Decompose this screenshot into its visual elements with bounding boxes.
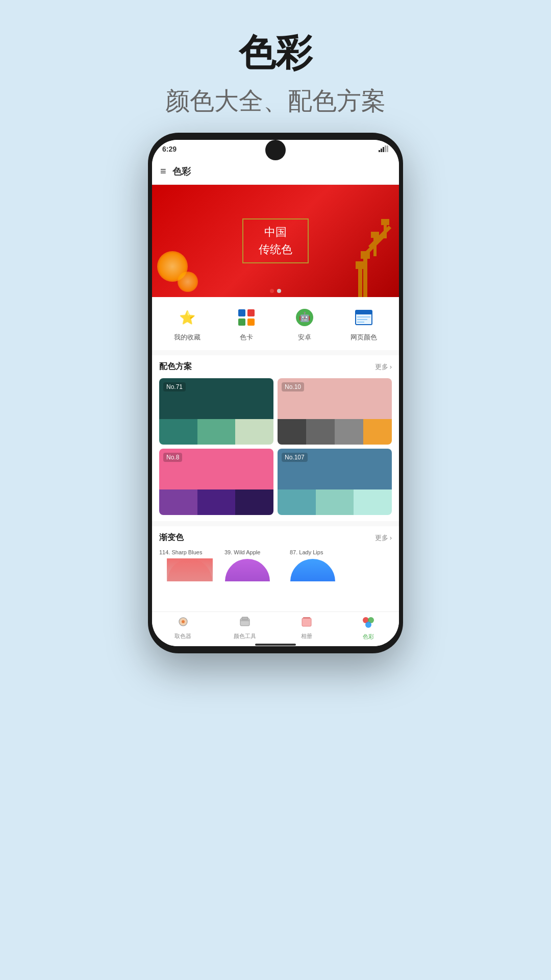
color-app-label: 色彩	[363, 633, 374, 641]
svg-rect-10	[371, 232, 379, 238]
phone-screen: 6:29 ⚙ A ≡ 色彩	[152, 140, 399, 646]
palette-card-8[interactable]: No.8	[159, 449, 273, 515]
svg-rect-21	[357, 316, 370, 317]
svg-rect-22	[357, 319, 367, 320]
color-picker-icon	[177, 616, 189, 631]
swatch-71-2	[197, 419, 236, 445]
favorites-label: 我的收藏	[174, 333, 201, 342]
nav-color-tool[interactable]: 颜色工具	[214, 616, 276, 640]
palette-card-10[interactable]: No.10	[278, 378, 392, 445]
wild-apple-label: 39. Wild Apple	[224, 549, 286, 555]
nav-album[interactable]: 相册	[276, 616, 337, 640]
chevron-right-icon-gradient: ›	[390, 534, 392, 542]
svg-rect-2	[383, 147, 384, 152]
palette-bottom-8	[159, 489, 273, 515]
swatch-71-1	[159, 419, 197, 445]
swatch-107-1	[278, 489, 316, 515]
android-label: 安卓	[298, 333, 311, 342]
svg-rect-8	[356, 261, 365, 269]
svg-rect-23	[357, 322, 364, 323]
gradient-sharp-blues[interactable]: 114. Sharp Blues	[159, 549, 220, 606]
banner-line2: 传统色	[259, 242, 292, 257]
color-card-label: 色卡	[240, 333, 253, 342]
swatch-71-3	[235, 419, 273, 445]
banner-dots	[270, 289, 281, 293]
sharp-blues-label: 114. Sharp Blues	[159, 549, 220, 555]
gradient-section-title: 渐变色	[159, 532, 184, 543]
svg-rect-20	[356, 310, 372, 314]
menu-icon[interactable]: ≡	[160, 165, 166, 177]
swatch-10-1	[278, 419, 306, 445]
swatch-8-2	[197, 489, 236, 515]
app-bar: ≡ 色彩	[152, 158, 399, 185]
nav-favorites[interactable]: ⭐ 我的收藏	[174, 305, 201, 342]
color-card-icon	[234, 305, 259, 330]
palette-grid: No.71 No.	[159, 378, 392, 515]
palette-number-71: No.71	[163, 382, 186, 391]
sharp-blues-circle	[167, 558, 213, 581]
svg-point-39	[365, 622, 371, 628]
color-tool-icon	[239, 616, 251, 631]
color-tool-label: 颜色工具	[234, 632, 256, 640]
scroll-content[interactable]: 中国 传统色 ⭐ 我的收藏	[152, 185, 399, 611]
banner-dot-1	[270, 289, 274, 293]
status-time: 6:29	[162, 145, 177, 153]
swatch-10-4	[363, 419, 392, 445]
svg-rect-9	[373, 236, 377, 256]
nav-android[interactable]: 🤖 安卓	[292, 305, 317, 342]
svg-rect-1	[381, 149, 382, 152]
svg-point-25	[167, 559, 212, 581]
palette-card-71[interactable]: No.71	[159, 378, 273, 445]
page-bg: 色彩 颜色大全、配色方案 6:29 ⚙ A	[0, 0, 551, 980]
gradient-lady-lips[interactable]: 87. Lady Lips	[290, 549, 351, 606]
nav-color-card[interactable]: 色卡	[234, 305, 259, 342]
bottom-nav: 取色器 颜色工具	[152, 611, 399, 643]
swatch-107-2	[316, 489, 354, 515]
gradient-more-btn[interactable]: 更多 ›	[375, 533, 392, 543]
svg-rect-12	[381, 219, 389, 225]
svg-rect-36	[303, 617, 310, 619]
gradient-wild-apple[interactable]: 39. Wild Apple	[224, 549, 286, 606]
palette-card-107[interactable]: No.107	[278, 449, 392, 515]
svg-rect-0	[379, 150, 380, 152]
firework-deco-2	[178, 272, 198, 292]
banner-content: 中国 传统色	[152, 185, 399, 297]
gradient-section-header: 渐变色 更多 ›	[159, 532, 392, 543]
nav-color-app[interactable]: 色彩	[337, 615, 399, 641]
color-picker-label: 取色器	[174, 632, 191, 640]
palette-more-btn[interactable]: 更多 ›	[375, 362, 392, 372]
svg-point-27	[225, 559, 270, 604]
svg-rect-13	[238, 309, 245, 316]
signal-icon	[379, 145, 389, 154]
svg-rect-11	[384, 223, 387, 238]
palette-number-10: No.10	[282, 382, 304, 391]
svg-rect-4	[387, 145, 388, 152]
home-indicator	[255, 644, 296, 646]
camera-notch	[265, 140, 286, 160]
page-header: 色彩 颜色大全、配色方案	[0, 0, 551, 138]
svg-point-29	[290, 559, 335, 604]
android-icon: 🤖	[292, 305, 317, 330]
svg-rect-7	[358, 266, 362, 297]
nav-web-color[interactable]: 网页颜色	[350, 305, 377, 342]
svg-text:🤖: 🤖	[299, 311, 311, 323]
page-title-main: 色彩	[0, 31, 551, 75]
palette-bottom-10	[278, 419, 392, 445]
quick-nav: ⭐ 我的收藏 色卡	[152, 297, 399, 350]
svg-rect-16	[247, 318, 255, 326]
web-color-icon	[352, 305, 376, 330]
svg-rect-33	[242, 617, 248, 620]
banner-line1: 中国	[259, 225, 292, 240]
banner-text-box: 中国 传统色	[242, 218, 309, 263]
palette-section: 配色方案 更多 › No.71	[152, 355, 399, 521]
home-bar	[152, 643, 399, 646]
sharp-blues-svg	[167, 558, 213, 581]
palette-section-header: 配色方案 更多 ›	[159, 361, 392, 372]
banner[interactable]: 中国 传统色	[152, 185, 399, 297]
album-icon	[300, 616, 313, 631]
album-label: 相册	[301, 632, 312, 640]
nav-color-picker[interactable]: 取色器	[152, 616, 214, 640]
swatch-8-1	[159, 489, 197, 515]
palette-number-8: No.8	[163, 453, 182, 462]
web-color-label: 网页颜色	[350, 333, 377, 342]
